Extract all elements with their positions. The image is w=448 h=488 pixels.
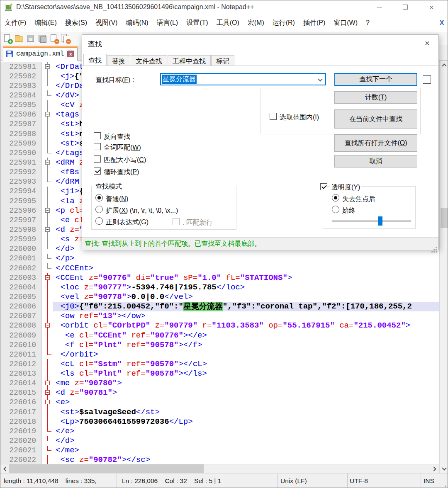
chevron-down-icon[interactable] (319, 78, 322, 82)
scroll-right-arrow[interactable] (430, 464, 439, 473)
fold-toggle-icon[interactable] (45, 160, 50, 165)
tab-mark[interactable]: 标记 (211, 55, 234, 66)
code-text[interactable]: </orbit> (53, 350, 439, 359)
editor-line[interactable]: 226005<vel z="90778">0.0|0.0</vel> (0, 292, 439, 301)
whole-word-checkbox[interactable] (94, 143, 101, 150)
close-button[interactable]: × (422, 0, 441, 14)
editor-line[interactable]: 226002</CCEnt> (0, 263, 439, 273)
tab-find-in-projects[interactable]: 工程中查找 (168, 55, 211, 66)
menu-item-1[interactable]: 编辑(E) (30, 14, 61, 32)
menu-item-0[interactable]: 文件(F) (0, 14, 30, 32)
transparency-slider-thumb[interactable] (378, 216, 382, 226)
scroll-down-arrow[interactable] (440, 464, 448, 473)
wrap-checkbox[interactable] (94, 168, 101, 175)
editor-line[interactable]: 226017<st>$salvageSeed</st> (0, 407, 439, 417)
scroll-up-arrow[interactable] (440, 61, 448, 70)
swap-button-mode-checkbox[interactable] (423, 75, 431, 84)
transparency-slider[interactable] (332, 220, 411, 222)
editor-line[interactable]: 226001</p> (0, 254, 439, 263)
horizontal-scrollbar[interactable] (0, 464, 439, 473)
vertical-scrollbar[interactable] (439, 61, 448, 473)
menu-item-9[interactable]: 运行(R) (268, 14, 299, 32)
code-text[interactable]: <e cl="CCEnt" ref="90776"></e> (53, 330, 439, 340)
editor-line[interactable]: 226003<CCEnt z="90776" di="true" sP="1.0… (0, 273, 439, 282)
code-text[interactable]: <loc z="90777">-5394.746|7195.785</loc> (53, 282, 439, 292)
fold-toggle-icon[interactable] (45, 381, 50, 385)
editor-line[interactable]: 226020</d> (0, 436, 439, 445)
code-text[interactable]: <e> (53, 398, 439, 407)
close-document-x[interactable]: X (439, 14, 444, 32)
menu-item-12[interactable]: ? (362, 14, 374, 32)
transparency-checkbox[interactable] (320, 183, 327, 190)
find-target-combobox[interactable]: 星冕分流器 (160, 73, 326, 85)
editor-line[interactable]: 226021</me> (0, 446, 439, 455)
editor-line[interactable]: 226015<d z="90781"> (0, 388, 439, 398)
backward-checkbox[interactable] (94, 132, 101, 139)
editor-line[interactable]: 226014<me z="90780"> (0, 379, 439, 388)
fold-toggle-icon[interactable] (45, 208, 50, 213)
editor-line[interactable]: 226018<Lp>7503066461559972036</Lp> (0, 417, 439, 426)
maximize-button[interactable] (396, 0, 415, 14)
editor-line[interactable]: 226012<cL cl="Sstm" ref="90570"></cL> (0, 359, 439, 369)
code-text[interactable]: </CCEnt> (53, 263, 439, 273)
horizontal-scroll-thumb[interactable] (9, 464, 204, 473)
menu-item-6[interactable]: 设置(T) (182, 14, 212, 32)
close-all-icon[interactable]: – (60, 33, 71, 44)
menu-item-8[interactable]: 宏(M) (243, 14, 268, 32)
editor-line[interactable]: 226022<sc z="90782"></sc> (0, 455, 439, 464)
in-selection-checkbox[interactable] (270, 113, 277, 120)
find-all-current-button[interactable]: 在当前文件中查找 (334, 109, 417, 129)
save-all-icon[interactable] (37, 33, 48, 44)
transparency-always-radio[interactable] (332, 206, 339, 213)
code-text[interactable]: </p> (53, 254, 439, 263)
editor-line[interactable]: 226011</orbit> (0, 350, 439, 359)
scroll-left-arrow[interactable] (0, 464, 10, 473)
menu-item-11[interactable]: 窗口(W) (329, 14, 362, 32)
fold-toggle-icon[interactable] (45, 275, 50, 280)
editor-line[interactable]: 226010<f cl="Plnt" ref="90578"></f> (0, 340, 439, 350)
match-case-checkbox[interactable] (94, 155, 101, 163)
code-text[interactable]: <Lp>7503066461559972036</Lp> (53, 417, 439, 426)
code-text[interactable]: <j0>{"f6":215.00452,"f0":"星冕分流器","f3":"c… (53, 302, 439, 311)
count-button[interactable]: 计数(T) (334, 91, 417, 104)
code-text[interactable]: <d z="90781"> (53, 388, 439, 398)
code-text[interactable]: <sc z="90782"></sc> (53, 455, 439, 464)
code-text[interactable]: <orbit cl="COrbtPD" z="90779" r="1103.35… (53, 321, 439, 330)
menu-item-4[interactable]: 编码(N) (122, 14, 152, 32)
tab-close-icon[interactable]: x (67, 51, 74, 57)
editor-line[interactable]: 226007<ow ref="13"></ow> (0, 311, 439, 321)
close-file-icon[interactable]: – (49, 33, 60, 44)
tab-find[interactable]: 查找 (83, 54, 107, 66)
code-text[interactable]: <ls cl="Plnt" ref="90578"></ls> (53, 369, 439, 379)
editor-line[interactable]: 226009<e cl="CCEnt" ref="90776"></e> (0, 330, 439, 340)
mode-normal-radio[interactable] (95, 194, 103, 202)
mode-regex-radio[interactable] (95, 217, 103, 225)
open-file-icon[interactable] (14, 33, 25, 44)
code-text[interactable]: <CCEnt z="90776" di="true" sP="1.0" fL="… (53, 273, 439, 282)
mode-extended-radio[interactable] (95, 206, 103, 213)
editor-line[interactable]: 226019</e> (0, 426, 439, 436)
code-text[interactable]: </me> (53, 446, 439, 455)
menu-item-3[interactable]: 视图(V) (91, 14, 122, 32)
menu-item-5[interactable]: 语言(L) (153, 14, 183, 32)
menu-item-2[interactable]: 搜索(S) (61, 14, 91, 32)
transparency-on-focus-loss-radio[interactable] (332, 194, 339, 202)
tab-campaign-xml[interactable]: campaign.xml x (3, 46, 78, 61)
menu-item-7[interactable]: 工具(O) (212, 14, 243, 32)
new-file-icon[interactable]: + (2, 33, 13, 44)
code-text[interactable]: <me z="90780"> (53, 379, 439, 388)
editor-line[interactable]: 226004<loc z="90777">-5394.746|7195.785<… (0, 282, 439, 292)
editor-line[interactable]: 226008<orbit cl="COrbtPD" z="90779" r="1… (0, 321, 439, 330)
code-text[interactable]: <vel z="90778">0.0|0.0</vel> (53, 292, 439, 301)
code-text[interactable]: <f cl="Plnt" ref="90578"></f> (53, 340, 439, 350)
window-resize-grip[interactable] (445, 486, 446, 487)
find-all-open-button[interactable]: 查找所有打开文件(O) (334, 134, 417, 152)
fold-toggle-icon[interactable] (45, 64, 50, 69)
find-dialog-close-icon[interactable]: × (420, 37, 434, 49)
vertical-scroll-thumb[interactable] (441, 208, 448, 228)
tab-replace[interactable]: 替换 (107, 55, 130, 66)
fold-toggle-icon[interactable] (45, 400, 50, 404)
code-text[interactable]: </d> (53, 436, 439, 445)
cancel-button[interactable]: 取消 (334, 155, 417, 168)
find-next-button[interactable]: 查找下一个 (334, 73, 417, 86)
